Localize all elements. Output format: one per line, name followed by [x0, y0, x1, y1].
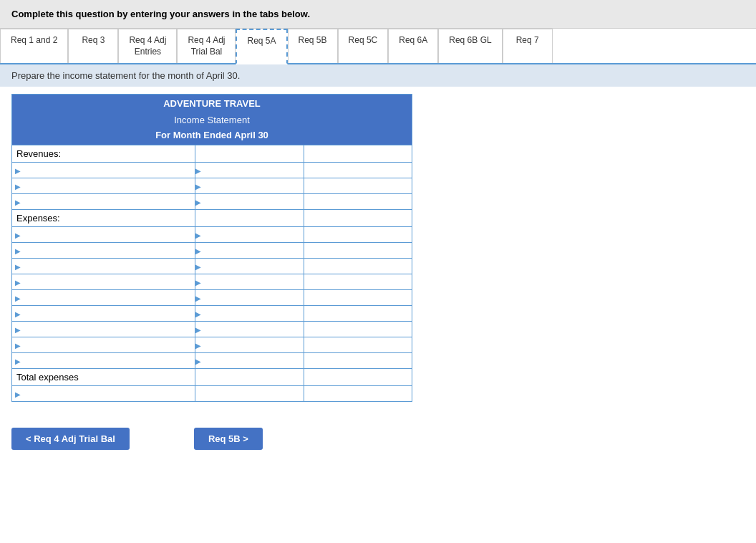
company-name: ADVENTURE TRAVEL — [163, 98, 261, 109]
tab-req3[interactable]: Req 3 — [68, 29, 118, 63]
expense-row-4: ▶ ▶ — [12, 274, 412, 290]
tab-req7[interactable]: Req 7 — [503, 29, 553, 63]
expense-amount-9[interactable] — [205, 356, 291, 366]
arrow-icon-r3m: ▶ — [195, 198, 201, 206]
expense-input-1[interactable] — [25, 230, 169, 240]
arrow-icon-e3: ▶ — [15, 263, 21, 271]
arrow-icon-e1: ▶ — [15, 231, 21, 239]
table-statement-row: Income Statement — [12, 112, 412, 128]
expense-row-5: ▶ ▶ — [12, 290, 412, 306]
revenue-amount-2[interactable] — [205, 181, 291, 191]
expense-amount-1[interactable] — [205, 230, 291, 240]
arrow-icon-r1m: ▶ — [195, 167, 201, 175]
table-area: ADVENTURE TRAVEL Income Statement For Mo… — [0, 94, 756, 413]
expense-input-3[interactable] — [25, 261, 169, 272]
revenue-row-3: ▶ ▶ — [12, 194, 412, 210]
arrow-icon-e1m: ▶ — [195, 231, 201, 239]
expense-amount-4[interactable] — [205, 277, 291, 287]
instruction-bar: Complete this question by entering your … — [0, 0, 756, 29]
subtitle-text: Prepare the income statement for the mon… — [11, 70, 240, 81]
expense-amount-2[interactable] — [205, 246, 291, 256]
arrow-icon-e4m: ▶ — [195, 279, 201, 287]
arrow-icon-e8: ▶ — [15, 342, 21, 350]
tab-req5b[interactable]: Req 5B — [288, 29, 338, 63]
expense-row-8: ▶ ▶ — [12, 337, 412, 353]
statement-period: For Month Ended April 30 — [155, 130, 268, 140]
expense-amount-5[interactable] — [205, 293, 291, 303]
revenue-total-3[interactable] — [307, 197, 404, 207]
expense-row-2: ▶ ▶ — [12, 243, 412, 259]
next-button[interactable]: Req 5B > — [194, 428, 263, 450]
tab-req6bgl[interactable]: Req 6B GL — [438, 29, 502, 63]
expense-amount-6[interactable] — [205, 309, 291, 319]
total-expenses-total[interactable] — [311, 373, 401, 383]
prev-button[interactable]: < Req 4 Adj Trial Bal — [11, 428, 130, 450]
expense-amount-8[interactable] — [205, 340, 291, 350]
arrow-icon-e2m: ▶ — [195, 247, 201, 255]
total-expenses-label-row: Total expenses — [12, 369, 412, 386]
expenses-label: Expenses: — [16, 213, 60, 224]
expense-input-9[interactable] — [25, 356, 169, 366]
table-period-row: For Month Ended April 30 — [12, 128, 412, 145]
arrow-icon-r2m: ▶ — [195, 183, 201, 191]
bottom-nav: < Req 4 Adj Trial Bal Req 5B > — [11, 428, 745, 450]
tabs-container: Req 1 and 2 Req 3 Req 4 AdjEntries Req 4… — [0, 29, 756, 64]
arrow-icon-e9: ▶ — [15, 357, 21, 365]
revenue-input-3[interactable] — [25, 197, 169, 207]
arrow-icon-r3: ▶ — [15, 198, 21, 206]
revenue-row-2: ▶ ▶ — [12, 178, 412, 194]
tab-req6a[interactable]: Req 6A — [388, 29, 438, 63]
income-table: ADVENTURE TRAVEL Income Statement For Mo… — [11, 94, 412, 402]
expense-amount-3[interactable] — [205, 261, 291, 272]
arrow-icon-r1: ▶ — [15, 167, 21, 175]
expense-row-7: ▶ ▶ — [12, 322, 412, 337]
arrow-icon-e5m: ▶ — [195, 294, 201, 302]
revenue-input-2[interactable] — [25, 181, 169, 191]
revenue-input-1[interactable] — [25, 165, 169, 176]
arrow-icon-r2: ▶ — [15, 183, 21, 191]
tab-req4adjentries[interactable]: Req 4 AdjEntries — [118, 29, 177, 63]
instruction-text: Complete this question by entering your … — [11, 9, 310, 19]
expense-input-8[interactable] — [25, 340, 169, 350]
subtitle-bar: Prepare the income statement for the mon… — [0, 64, 756, 87]
expense-row-9: ▶ ▶ — [12, 353, 412, 369]
arrow-icon-e6m: ▶ — [195, 310, 201, 318]
revenue-row-1: ▶ ▶ — [12, 163, 412, 178]
revenue-amount-3[interactable] — [205, 197, 291, 207]
expense-input-5[interactable] — [25, 293, 169, 303]
tab-req5a[interactable]: Req 5A — [236, 29, 287, 64]
revenue-amount-1[interactable] — [205, 165, 291, 176]
revenue-total-1[interactable] — [307, 165, 404, 176]
arrow-icon-e2: ▶ — [15, 247, 21, 255]
arrow-icon-net: ▶ — [15, 390, 21, 398]
expense-row-1: ▶ ▶ — [12, 227, 412, 243]
net-income-total[interactable] — [307, 389, 404, 399]
revenue-total-2[interactable] — [307, 181, 404, 191]
expense-input-2[interactable] — [25, 246, 169, 256]
total-expenses-label: Total expenses — [16, 372, 79, 383]
tab-req1and2[interactable]: Req 1 and 2 — [0, 29, 68, 63]
expense-row-6: ▶ ▶ — [12, 306, 412, 322]
table-company-row: ADVENTURE TRAVEL — [12, 95, 412, 113]
net-income-row: ▶ — [12, 386, 412, 402]
expense-amount-7[interactable] — [205, 325, 291, 335]
revenues-label-row: Revenues: — [12, 145, 412, 163]
statement-type: Income Statement — [174, 115, 250, 125]
revenues-label: Revenues: — [16, 148, 61, 159]
arrow-icon-e5: ▶ — [15, 294, 21, 302]
arrow-icon-e7: ▶ — [15, 326, 21, 334]
expense-input-7[interactable] — [25, 325, 169, 335]
expenses-label-row: Expenses: — [12, 210, 412, 227]
tab-req5c[interactable]: Req 5C — [338, 29, 389, 63]
arrow-icon-e8m: ▶ — [195, 342, 201, 350]
arrow-icon-e9m: ▶ — [195, 357, 201, 365]
net-income-input[interactable] — [25, 389, 169, 399]
tab-req4adjtrial[interactable]: Req 4 AdjTrial Bal — [177, 29, 236, 63]
arrow-icon-e3m: ▶ — [195, 263, 201, 271]
arrow-icon-e4: ▶ — [15, 279, 21, 287]
expense-input-4[interactable] — [25, 277, 169, 287]
expense-row-3: ▶ ▶ — [12, 259, 412, 274]
arrow-icon-e6: ▶ — [15, 310, 21, 318]
expense-input-6[interactable] — [25, 309, 169, 319]
total-expenses-amount[interactable] — [203, 373, 292, 383]
